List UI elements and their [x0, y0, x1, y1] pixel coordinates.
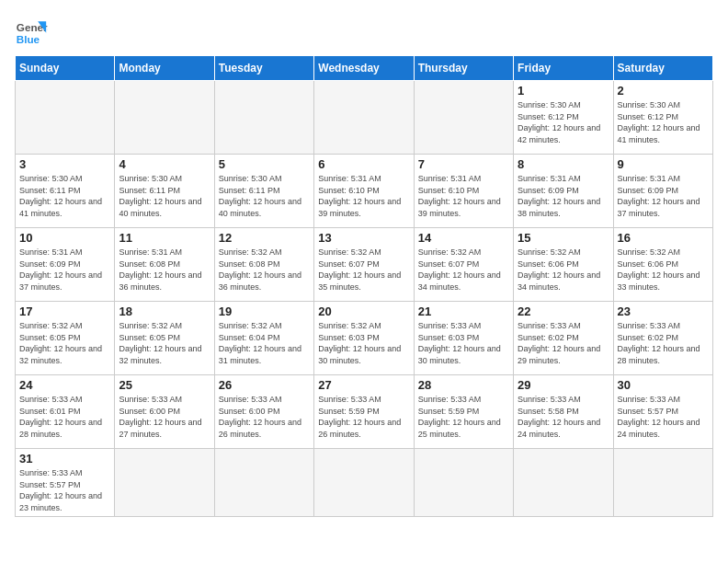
- header-cell-monday: Monday: [115, 56, 214, 81]
- day-number: 5: [219, 157, 310, 171]
- day-info: Sunrise: 5:31 AM Sunset: 6:08 PM Dayligh…: [119, 247, 210, 293]
- day-info: Sunrise: 5:33 AM Sunset: 6:00 PM Dayligh…: [219, 394, 310, 440]
- day-number: 25: [119, 378, 210, 392]
- day-info: Sunrise: 5:32 AM Sunset: 6:05 PM Dayligh…: [119, 320, 210, 366]
- day-number: 3: [19, 157, 110, 171]
- day-number: 10: [19, 231, 110, 245]
- day-info: Sunrise: 5:31 AM Sunset: 6:09 PM Dayligh…: [19, 247, 110, 293]
- day-number: 8: [518, 157, 609, 171]
- day-number: 30: [618, 378, 709, 392]
- header-cell-friday: Friday: [514, 56, 613, 81]
- calendar-cell: [613, 449, 712, 517]
- day-number: 19: [219, 304, 310, 318]
- calendar-cell: 13Sunrise: 5:32 AM Sunset: 6:07 PM Dayli…: [314, 228, 414, 302]
- day-info: Sunrise: 5:30 AM Sunset: 6:11 PM Dayligh…: [119, 173, 210, 219]
- day-number: 11: [119, 231, 210, 245]
- calendar-cell: 21Sunrise: 5:33 AM Sunset: 6:03 PM Dayli…: [414, 302, 513, 375]
- day-number: 9: [618, 157, 709, 171]
- header: General Blue: [15, 15, 713, 48]
- calendar-cell: 31Sunrise: 5:33 AM Sunset: 5:57 PM Dayli…: [16, 449, 115, 517]
- day-info: Sunrise: 5:31 AM Sunset: 6:10 PM Dayligh…: [418, 173, 509, 219]
- calendar-cell: 2Sunrise: 5:30 AM Sunset: 6:12 PM Daylig…: [613, 81, 712, 155]
- day-number: 23: [618, 304, 709, 318]
- day-info: Sunrise: 5:30 AM Sunset: 6:12 PM Dayligh…: [518, 99, 609, 145]
- calendar-cell: [314, 81, 414, 155]
- calendar-cell: 20Sunrise: 5:32 AM Sunset: 6:03 PM Dayli…: [314, 302, 414, 375]
- calendar-cell: 26Sunrise: 5:33 AM Sunset: 6:00 PM Dayli…: [214, 375, 313, 449]
- day-number: 14: [418, 231, 509, 245]
- calendar-cell: [214, 81, 313, 155]
- calendar-cell: 25Sunrise: 5:33 AM Sunset: 6:00 PM Dayli…: [115, 375, 214, 449]
- calendar-cell: 16Sunrise: 5:32 AM Sunset: 6:06 PM Dayli…: [613, 228, 712, 302]
- calendar-cell: 14Sunrise: 5:32 AM Sunset: 6:07 PM Dayli…: [414, 228, 513, 302]
- day-info: Sunrise: 5:32 AM Sunset: 6:07 PM Dayligh…: [318, 247, 409, 293]
- day-number: 18: [119, 304, 210, 318]
- calendar-week-3: 10Sunrise: 5:31 AM Sunset: 6:09 PM Dayli…: [16, 228, 713, 302]
- day-number: 6: [318, 157, 409, 171]
- day-number: 16: [618, 231, 709, 245]
- day-info: Sunrise: 5:32 AM Sunset: 6:06 PM Dayligh…: [518, 247, 609, 293]
- day-info: Sunrise: 5:33 AM Sunset: 5:58 PM Dayligh…: [518, 394, 609, 440]
- day-info: Sunrise: 5:33 AM Sunset: 5:57 PM Dayligh…: [19, 467, 110, 513]
- calendar-cell: 15Sunrise: 5:32 AM Sunset: 6:06 PM Dayli…: [514, 228, 613, 302]
- calendar-cell: 22Sunrise: 5:33 AM Sunset: 6:02 PM Dayli…: [514, 302, 613, 375]
- calendar-cell: 18Sunrise: 5:32 AM Sunset: 6:05 PM Dayli…: [115, 302, 214, 375]
- calendar-cell: [414, 449, 513, 517]
- day-number: 26: [219, 378, 310, 392]
- calendar-cell: 6Sunrise: 5:31 AM Sunset: 6:10 PM Daylig…: [314, 155, 414, 228]
- day-number: 2: [618, 84, 709, 98]
- day-info: Sunrise: 5:33 AM Sunset: 5:59 PM Dayligh…: [318, 394, 409, 440]
- calendar-cell: 28Sunrise: 5:33 AM Sunset: 5:59 PM Dayli…: [414, 375, 513, 449]
- calendar-week-1: 1Sunrise: 5:30 AM Sunset: 6:12 PM Daylig…: [16, 81, 713, 155]
- day-number: 28: [418, 378, 509, 392]
- day-info: Sunrise: 5:31 AM Sunset: 6:10 PM Dayligh…: [318, 173, 409, 219]
- day-number: 13: [318, 231, 409, 245]
- day-info: Sunrise: 5:33 AM Sunset: 6:03 PM Dayligh…: [418, 320, 509, 366]
- day-info: Sunrise: 5:33 AM Sunset: 6:01 PM Dayligh…: [19, 394, 110, 440]
- day-info: Sunrise: 5:32 AM Sunset: 6:06 PM Dayligh…: [618, 247, 709, 293]
- calendar-week-6: 31Sunrise: 5:33 AM Sunset: 5:57 PM Dayli…: [16, 449, 713, 517]
- calendar-cell: 4Sunrise: 5:30 AM Sunset: 6:11 PM Daylig…: [115, 155, 214, 228]
- day-info: Sunrise: 5:32 AM Sunset: 6:03 PM Dayligh…: [318, 320, 409, 366]
- day-number: 12: [219, 231, 310, 245]
- calendar-week-2: 3Sunrise: 5:30 AM Sunset: 6:11 PM Daylig…: [16, 155, 713, 228]
- calendar-cell: 9Sunrise: 5:31 AM Sunset: 6:09 PM Daylig…: [613, 155, 712, 228]
- calendar-cell: 30Sunrise: 5:33 AM Sunset: 5:57 PM Dayli…: [613, 375, 712, 449]
- day-info: Sunrise: 5:33 AM Sunset: 5:57 PM Dayligh…: [618, 394, 709, 440]
- day-number: 4: [119, 157, 210, 171]
- calendar-cell: [214, 449, 313, 517]
- calendar-cell: 17Sunrise: 5:32 AM Sunset: 6:05 PM Dayli…: [16, 302, 115, 375]
- calendar-cell: 5Sunrise: 5:30 AM Sunset: 6:11 PM Daylig…: [214, 155, 313, 228]
- day-info: Sunrise: 5:32 AM Sunset: 6:08 PM Dayligh…: [219, 247, 310, 293]
- calendar-cell: 29Sunrise: 5:33 AM Sunset: 5:58 PM Dayli…: [514, 375, 613, 449]
- day-number: 31: [19, 452, 110, 465]
- calendar-cell: [115, 449, 214, 517]
- svg-text:Blue: Blue: [17, 33, 40, 45]
- calendar-cell: 3Sunrise: 5:30 AM Sunset: 6:11 PM Daylig…: [16, 155, 115, 228]
- header-row: SundayMondayTuesdayWednesdayThursdayFrid…: [16, 56, 713, 81]
- calendar-cell: 7Sunrise: 5:31 AM Sunset: 6:10 PM Daylig…: [414, 155, 513, 228]
- day-info: Sunrise: 5:33 AM Sunset: 6:02 PM Dayligh…: [518, 320, 609, 366]
- header-cell-thursday: Thursday: [414, 56, 513, 81]
- calendar-cell: [514, 449, 613, 517]
- day-info: Sunrise: 5:33 AM Sunset: 6:02 PM Dayligh…: [618, 320, 709, 366]
- calendar-cell: 23Sunrise: 5:33 AM Sunset: 6:02 PM Dayli…: [613, 302, 712, 375]
- day-number: 17: [19, 304, 110, 318]
- header-cell-tuesday: Tuesday: [214, 56, 313, 81]
- day-info: Sunrise: 5:32 AM Sunset: 6:07 PM Dayligh…: [418, 247, 509, 293]
- calendar-cell: 19Sunrise: 5:32 AM Sunset: 6:04 PM Dayli…: [214, 302, 313, 375]
- calendar-table: SundayMondayTuesdayWednesdayThursdayFrid…: [15, 55, 713, 517]
- header-cell-sunday: Sunday: [16, 56, 115, 81]
- logo: General Blue: [15, 15, 48, 48]
- day-info: Sunrise: 5:32 AM Sunset: 6:04 PM Dayligh…: [219, 320, 310, 366]
- day-info: Sunrise: 5:33 AM Sunset: 6:00 PM Dayligh…: [119, 394, 210, 440]
- calendar-cell: 24Sunrise: 5:33 AM Sunset: 6:01 PM Dayli…: [16, 375, 115, 449]
- header-cell-wednesday: Wednesday: [314, 56, 414, 81]
- day-number: 29: [518, 378, 609, 392]
- day-number: 1: [518, 84, 609, 98]
- calendar-cell: [414, 81, 513, 155]
- day-info: Sunrise: 5:31 AM Sunset: 6:09 PM Dayligh…: [618, 173, 709, 219]
- calendar-cell: 1Sunrise: 5:30 AM Sunset: 6:12 PM Daylig…: [514, 81, 613, 155]
- calendar-cell: [16, 81, 115, 155]
- header-cell-saturday: Saturday: [613, 56, 712, 81]
